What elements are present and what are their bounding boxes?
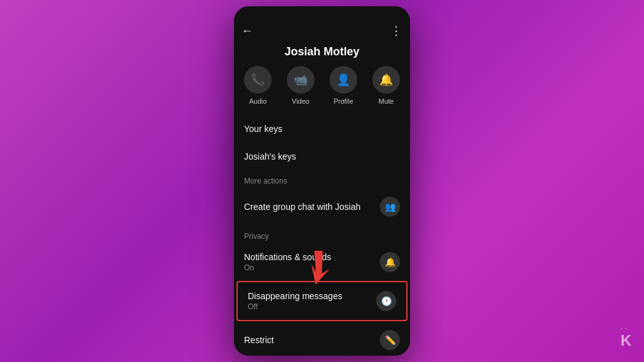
disappearing-messages-item[interactable]: Disappearing messages Off 🕐 [236, 281, 408, 321]
more-actions-label: More actions [234, 170, 410, 188]
disappearing-title: Disappearing messages [248, 291, 342, 301]
back-button[interactable]: ← [242, 25, 253, 38]
mute-label: Mute [379, 97, 394, 105]
more-button[interactable]: ⋮ [391, 24, 402, 38]
notifications-title: Notifications & sounds [244, 252, 331, 262]
josiahs-keys-item[interactable]: Josiah's keys [234, 143, 410, 170]
status-bar [234, 6, 410, 21]
disappearing-sub: Off [248, 302, 342, 311]
create-group-title: Create group chat with Josiah [244, 202, 360, 212]
content-area: Your keys Josiah's keys More actions Cre… [234, 115, 410, 356]
audio-button[interactable]: 📞 Audio [244, 66, 272, 105]
restrict-title: Restrict [244, 335, 274, 345]
phone-frame: ← ⋮ Josiah Motley 📞 Audio 📹 Video 👤 Prof… [234, 6, 410, 356]
contact-name: Josiah Motley [234, 43, 410, 66]
video-label: Video [292, 97, 309, 105]
mute-icon: 🔔 [372, 66, 400, 94]
watermark-dots: • • [621, 327, 631, 331]
your-keys-title: Your keys [244, 124, 282, 134]
privacy-label: Privacy [234, 226, 410, 243]
your-keys-item[interactable]: Your keys [234, 115, 410, 143]
restrict-item[interactable]: Restrict ✏️ [234, 321, 410, 356]
action-buttons: 📞 Audio 📹 Video 👤 Profile 🔔 Mute [234, 66, 410, 115]
video-button[interactable]: 📹 Video [287, 66, 314, 105]
notifications-item[interactable]: Notifications & sounds On 🔔 [234, 243, 410, 281]
notifications-sub: On [244, 263, 331, 272]
notifications-icon: 🔔 [380, 252, 400, 272]
disappearing-icon: 🕐 [376, 291, 396, 311]
watermark: • •K [621, 327, 631, 349]
restrict-icon: ✏️ [380, 330, 400, 350]
profile-icon: 👤 [330, 66, 357, 94]
profile-button[interactable]: 👤 Profile [330, 66, 357, 105]
audio-icon: 📞 [244, 66, 272, 94]
audio-label: Audio [249, 97, 267, 105]
josiahs-keys-title: Josiah's keys [244, 151, 296, 162]
top-bar: ← ⋮ [234, 21, 410, 43]
create-group-icon: 👥 [380, 197, 400, 217]
video-icon: 📹 [287, 66, 314, 94]
create-group-item[interactable]: Create group chat with Josiah 👥 [234, 188, 410, 226]
profile-label: Profile [333, 97, 353, 105]
mute-button[interactable]: 🔔 Mute [372, 66, 400, 105]
